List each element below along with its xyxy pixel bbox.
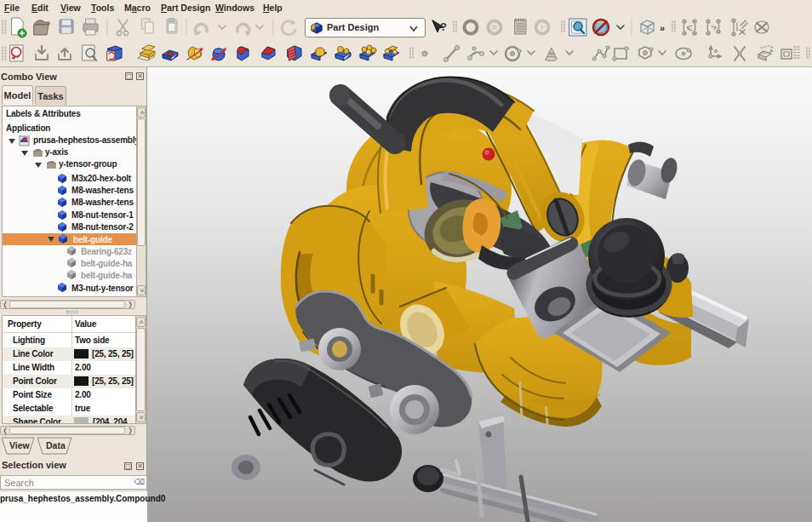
svg-text:?: ? xyxy=(440,20,447,33)
svg-text:View: View xyxy=(9,440,31,450)
svg-text:Data: Data xyxy=(46,440,66,450)
svg-text:»: » xyxy=(660,23,665,33)
